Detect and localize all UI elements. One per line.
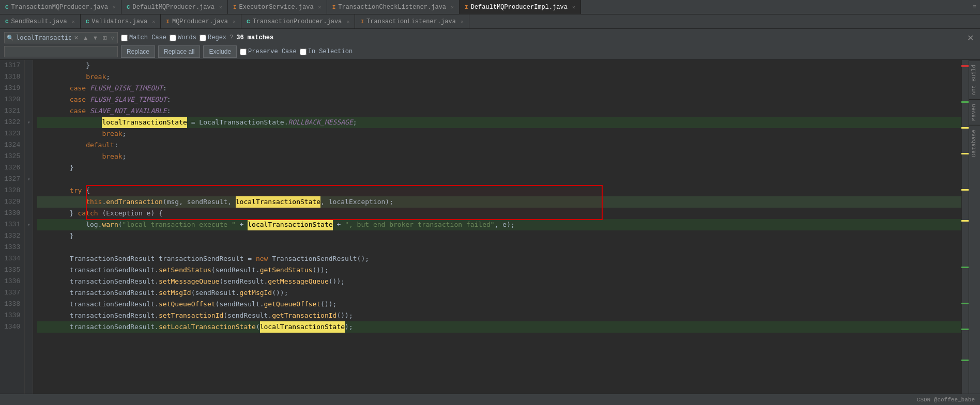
- in-selection-checkbox[interactable]: [300, 49, 307, 55]
- find-input-wrap: 🔍 ✕ ▲ ▼ ⊞ ▿: [4, 32, 118, 43]
- tab-TransactionProducer[interactable]: C TransactionProducer.java ✕: [241, 14, 355, 28]
- line-num-1336: 1336: [4, 276, 20, 287]
- exclude-button[interactable]: Exclude: [203, 45, 237, 58]
- match-case-checkbox[interactable]: [121, 35, 128, 41]
- tab-close[interactable]: ✕: [461, 19, 464, 25]
- tab-close[interactable]: ✕: [219, 4, 222, 10]
- line-num-1337: 1337: [4, 287, 20, 299]
- fold-arrow[interactable]: ▾: [25, 219, 33, 230]
- match-count: 36 matches: [236, 34, 273, 41]
- minimap-scrollbar[interactable]: [961, 60, 969, 394]
- replace-input[interactable]: [7, 48, 115, 55]
- line-num-1325: 1325: [4, 151, 20, 162]
- match-indicator-9: [961, 360, 969, 361]
- code-line-1319: case FLUSH_DISK_TIMEOUT:: [37, 83, 961, 94]
- code-line-1323: break;: [37, 128, 961, 139]
- line-num-1334: 1334: [4, 253, 20, 264]
- match-indicator-5: [961, 220, 969, 222]
- code-line-1330: } catch (Exception e) {: [37, 208, 961, 219]
- tab-TransactionCheckListener[interactable]: I TransactionCheckListener.java ✕: [327, 0, 460, 14]
- code-line-1338: transactionSendResult.setQueueOffset(sen…: [37, 299, 961, 310]
- fold-gutter: ▾ ▾ ▾: [25, 60, 33, 394]
- tab-icon-c: C: [5, 19, 9, 25]
- code-line-1339: transactionSendResult.setTransactionId(s…: [37, 310, 961, 321]
- line-num-1319: 1319: [4, 83, 20, 94]
- tab-close[interactable]: ✕: [113, 4, 116, 10]
- match-indicator-6: [961, 267, 969, 268]
- tab-label: DefaultMQProducerImpl.java: [471, 4, 568, 11]
- find-input[interactable]: [16, 34, 71, 41]
- tab-close[interactable]: ✕: [572, 4, 575, 10]
- in-selection-option[interactable]: In Selection: [300, 48, 353, 55]
- tab-label: Validators.java: [91, 18, 147, 25]
- tab-icon-c: C: [5, 4, 9, 10]
- match-case-option[interactable]: Match Case: [121, 34, 166, 41]
- replace-all-button[interactable]: Replace all: [158, 45, 200, 58]
- tab-label: TransactionProducer.java: [253, 18, 342, 25]
- tab-TransactionMQProducer[interactable]: C TransactionMQProducer.java ✕: [0, 0, 121, 14]
- tab-SendResult[interactable]: C SendResult.java ✕: [0, 14, 81, 28]
- tab-icon-i: I: [332, 4, 336, 10]
- side-tab-database[interactable]: Database: [969, 125, 980, 161]
- tab-label: SendResult.java: [11, 18, 67, 25]
- tab-icon-i: I: [360, 19, 364, 25]
- code-line-1334: TransactionSendResult transactionSendRes…: [37, 253, 961, 264]
- match-indicator-8: [961, 329, 969, 330]
- code-line-1318: break;: [37, 71, 961, 83]
- line-num-1333: 1333: [4, 242, 20, 253]
- code-line-1324: default:: [37, 139, 961, 151]
- preserve-case-option[interactable]: Preserve Case: [240, 48, 297, 55]
- line-num-1329: 1329: [4, 196, 20, 208]
- line-num-1330: 1330: [4, 208, 20, 219]
- words-label: Words: [178, 34, 196, 41]
- help-icon[interactable]: ?: [229, 34, 233, 41]
- ant-build-toggle[interactable]: ≡: [969, 0, 980, 14]
- tab-bar-row1: C TransactionMQProducer.java ✕ C Default…: [0, 0, 980, 14]
- line-num-1323: 1323: [4, 128, 20, 139]
- tab-Validators[interactable]: C Validators.java ✕: [81, 14, 161, 28]
- line-num-1332: 1332: [4, 230, 20, 242]
- code-line-1340: transactionSendResult.setLocalTransactio…: [37, 321, 961, 333]
- line-num-1338: 1338: [4, 299, 20, 310]
- error-indicator: [961, 65, 969, 67]
- words-option[interactable]: Words: [170, 34, 196, 41]
- close-search-button[interactable]: ✕: [965, 32, 976, 44]
- fold-arrow[interactable]: ▾: [25, 117, 33, 128]
- tab-close[interactable]: ✕: [152, 19, 155, 25]
- replace-button[interactable]: Replace: [121, 45, 155, 58]
- code-line-1325: break;: [37, 151, 961, 162]
- words-checkbox[interactable]: [170, 35, 176, 41]
- tab-DefaultMQProducer[interactable]: C DefaultMQProducer.java ✕: [121, 0, 228, 14]
- regex-option[interactable]: Regex: [200, 34, 226, 41]
- nav-next-button[interactable]: ▼: [91, 34, 99, 42]
- fold-arrow[interactable]: ▾: [25, 174, 33, 185]
- regex-checkbox[interactable]: [200, 35, 206, 41]
- match-indicator-1: [961, 101, 969, 103]
- search-icon: 🔍: [7, 35, 14, 41]
- code-line-1327: [37, 174, 961, 185]
- editor-area: 1317 1318 1319 1320 1321 1322 1323 1324 …: [0, 60, 980, 394]
- line-num-1317: 1317: [4, 60, 20, 71]
- code-viewport[interactable]: } break; case FLUSH_DISK_TIMEOUT: case F…: [33, 60, 961, 394]
- nav-prev-button[interactable]: ▲: [82, 34, 89, 42]
- tab-ExecutorService[interactable]: I ExecutorService.java ✕: [228, 0, 327, 14]
- filter-button[interactable]: ⊞: [101, 34, 108, 42]
- tab-close[interactable]: ✕: [451, 4, 454, 10]
- tab-close[interactable]: ✕: [233, 19, 236, 25]
- side-tab-maven[interactable]: Maven: [969, 99, 980, 125]
- code-line-1321: case SLAVE_NOT_AVAILABLE:: [37, 105, 961, 117]
- side-tab-ant-build[interactable]: Ant Build: [969, 60, 980, 99]
- tab-close[interactable]: ✕: [72, 19, 75, 25]
- tab-close[interactable]: ✕: [318, 4, 321, 10]
- match-case-label: Match Case: [129, 34, 166, 41]
- clear-find-button[interactable]: ✕: [73, 34, 80, 42]
- options-button[interactable]: ▿: [110, 34, 115, 42]
- tab-TransactionListener[interactable]: I TransactionListener.java ✕: [355, 14, 469, 28]
- tab-label: TransactionListener.java: [366, 18, 456, 25]
- line-num-1324: 1324: [4, 139, 20, 151]
- tab-close[interactable]: ✕: [346, 19, 349, 25]
- status-bar: CSDN @coffee_babe: [0, 394, 980, 405]
- tab-DefaultMQProducerImpl[interactable]: I DefaultMQProducerImpl.java ✕: [460, 0, 581, 14]
- preserve-case-checkbox[interactable]: [240, 49, 247, 55]
- tab-MQProducer[interactable]: I MQProducer.java ✕: [161, 14, 241, 28]
